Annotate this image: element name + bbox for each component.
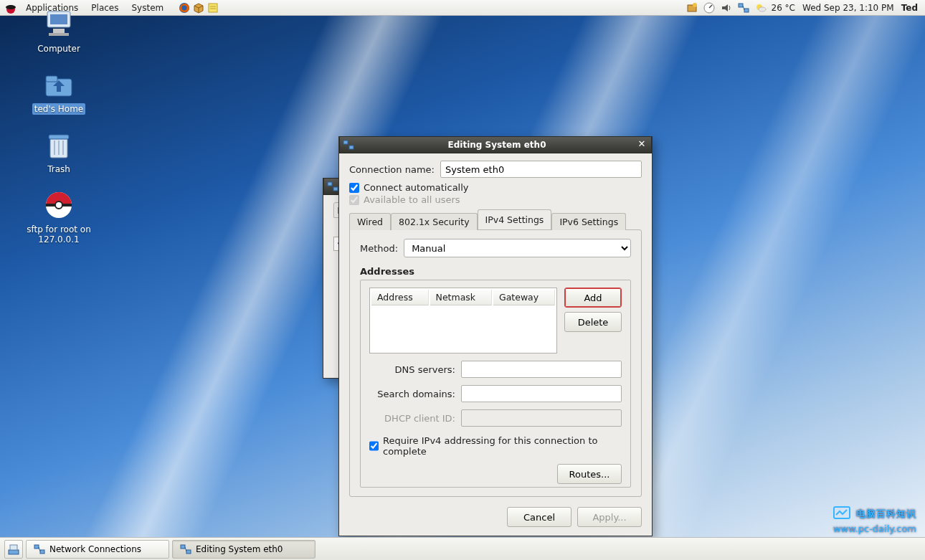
tab-bar: Wired 802.1x Security IPv4 Settings IPv6… [349, 209, 642, 229]
taskbar-item-label: Editing System eth0 [196, 544, 283, 554]
svg-rect-41 [10, 545, 17, 550]
cpu-meter-icon[interactable] [703, 1, 716, 14]
taskbar-item-editing-eth0[interactable]: Editing System eth0 [172, 540, 316, 559]
col-gateway[interactable]: Gateway [493, 290, 555, 305]
svg-point-3 [182, 5, 187, 10]
method-label: Method: [360, 243, 398, 254]
cancel-button[interactable]: Cancel [507, 507, 571, 527]
close-button[interactable]: ✕ [635, 139, 648, 151]
desktop-icons: Computer ted's Home Trash sftp for root … [9, 7, 123, 258]
notes-icon[interactable] [207, 1, 219, 14]
connection-name-input[interactable] [440, 161, 642, 178]
show-desktop-button[interactable] [4, 540, 23, 559]
svg-rect-28 [49, 135, 69, 139]
watermark-line1: 电脑百科知识 [856, 508, 916, 519]
user-menu[interactable]: Ted [898, 3, 921, 13]
search-domains-label: Search domains: [369, 389, 455, 399]
desktop-icon-label: Trash [45, 163, 72, 175]
svg-line-47 [185, 547, 186, 551]
svg-line-16 [743, 6, 744, 10]
addresses-table[interactable]: Address Netmask Gateway [369, 288, 557, 353]
connection-name-label: Connection name: [349, 164, 435, 175]
method-select[interactable]: Manual [404, 239, 631, 257]
svg-rect-42 [34, 545, 39, 549]
svg-rect-14 [739, 4, 743, 7]
volume-icon[interactable] [720, 1, 733, 14]
editing-connection-window: Editing System eth0 ✕ Connection name: C… [338, 136, 653, 536]
available-to-all-label: Available to all users [364, 194, 460, 205]
require-ipv4-checkbox[interactable] [369, 441, 379, 451]
svg-rect-35 [328, 182, 332, 186]
watermark: 电脑百科知识 www.pc-daily.com [832, 505, 916, 534]
col-address[interactable]: Address [371, 290, 429, 305]
tab-ipv4-settings[interactable]: IPv4 Settings [478, 209, 552, 229]
weather-icon[interactable] [754, 1, 767, 14]
dns-servers-input[interactable] [461, 361, 622, 378]
svg-rect-21 [53, 29, 65, 33]
connect-automatically-checkbox[interactable] [349, 183, 359, 193]
available-to-all-checkbox [349, 195, 359, 205]
taskbar-item-network-connections[interactable]: Network Connections [26, 540, 169, 559]
desktop-icon-computer[interactable]: Computer [9, 7, 109, 54]
svg-rect-20 [50, 14, 67, 24]
svg-line-44 [39, 547, 40, 551]
svg-rect-45 [181, 545, 185, 549]
addresses-heading: Addresses [360, 266, 631, 277]
menu-system[interactable]: System [125, 1, 169, 14]
window-icon [327, 181, 338, 192]
search-domains-input[interactable] [461, 385, 622, 402]
desktop-icon-label: Computer [35, 43, 82, 54]
tab-ipv6-settings[interactable]: IPv6 Settings [551, 213, 626, 230]
taskbar-item-label: Network Connections [49, 544, 141, 554]
svg-rect-40 [9, 550, 19, 554]
package-icon[interactable] [192, 1, 205, 14]
svg-rect-37 [343, 141, 348, 144]
clock[interactable]: Wed Sep 23, 1:10 PM [802, 3, 894, 13]
dns-servers-label: DNS servers: [369, 364, 455, 375]
top-panel: Applications Places System 26 °C Wed Sep… [0, 0, 925, 16]
dhcp-client-id-label: DHCP client ID: [369, 413, 455, 424]
window-icon [343, 139, 354, 151]
desktop-icon-label: ted's Home [32, 103, 86, 115]
svg-rect-26 [57, 86, 61, 92]
routes-button[interactable]: Routes... [557, 464, 622, 484]
svg-rect-46 [186, 550, 191, 554]
bottom-panel: Network Connections Editing System eth0 [0, 537, 925, 560]
svg-marker-13 [722, 4, 728, 11]
connect-automatically-label: Connect automatically [364, 182, 469, 193]
desktop-icon-label: sftp for root on 127.0.0.1 [9, 224, 109, 245]
tab-wired[interactable]: Wired [349, 213, 391, 230]
add-address-button[interactable]: Add [564, 288, 622, 308]
titlebar[interactable]: Editing System eth0 ✕ [339, 136, 652, 153]
desktop-icon-home[interactable]: ted's Home [9, 67, 109, 115]
watermark-line2: www.pc-daily.com [833, 523, 916, 534]
firefox-icon[interactable] [178, 1, 191, 14]
delete-address-button[interactable]: Delete [564, 312, 622, 332]
svg-rect-36 [333, 187, 338, 191]
tab-content-ipv4: Method: Manual Addresses Address Netmask [349, 229, 642, 497]
window-title: Editing System eth0 [359, 140, 635, 150]
col-netmask[interactable]: Netmask [430, 290, 492, 305]
svg-rect-38 [349, 146, 354, 149]
dhcp-client-id-input [461, 409, 622, 427]
svg-point-34 [55, 201, 62, 209]
svg-rect-15 [744, 9, 749, 12]
svg-point-18 [759, 7, 766, 11]
svg-point-10 [693, 3, 697, 7]
tab-8021x-security[interactable]: 802.1x Security [391, 213, 478, 230]
apply-button: Apply... [577, 507, 642, 527]
svg-rect-6 [209, 4, 217, 12]
desktop-icon-trash[interactable]: Trash [9, 128, 109, 175]
require-ipv4-label: Require IPv4 addressing for this connect… [383, 435, 622, 457]
desktop-icon-sftp[interactable]: sftp for root on 127.0.0.1 [9, 188, 109, 245]
svg-rect-22 [49, 33, 69, 36]
svg-rect-43 [40, 550, 44, 554]
network-tray-icon[interactable] [737, 1, 750, 14]
svg-rect-24 [46, 76, 57, 82]
update-icon[interactable] [686, 1, 698, 14]
weather-text: 26 °C [772, 3, 795, 13]
